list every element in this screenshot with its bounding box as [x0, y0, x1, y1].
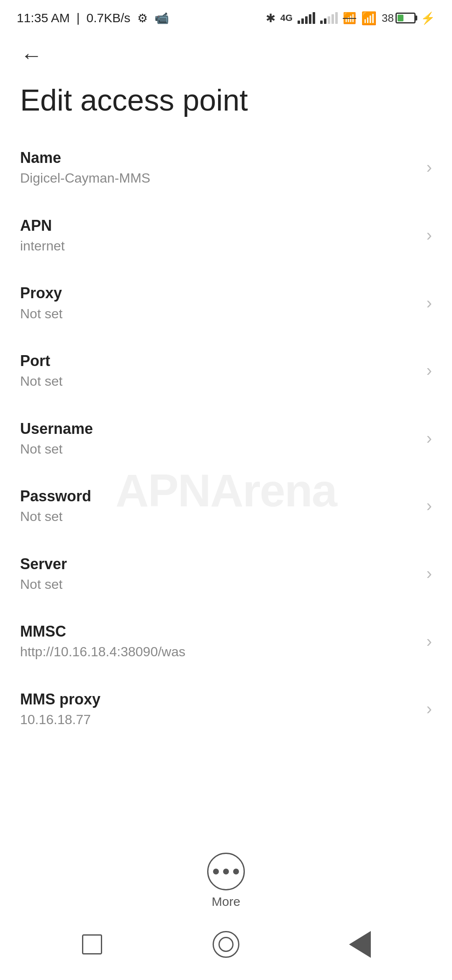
page-title-area: Edit access point [0, 75, 452, 134]
settings-item-label: Proxy [20, 284, 416, 302]
chevron-right-icon: › [426, 429, 432, 448]
no-signal-icon: 📶 [343, 12, 356, 25]
settings-item-content: APN internet [20, 217, 416, 254]
settings-item-content: Server Not set [20, 555, 416, 593]
battery-indicator: 38 [382, 12, 416, 25]
settings-item-content: MMS proxy 10.16.18.77 [20, 690, 416, 728]
chevron-right-icon: › [426, 496, 432, 515]
settings-item-label: Name [20, 149, 416, 167]
page-title: Edit access point [20, 84, 432, 117]
settings-item-proxy[interactable]: Proxy Not set › [0, 269, 452, 337]
settings-item-label: Port [20, 352, 416, 370]
network-type-icon: 4G [280, 13, 293, 23]
settings-item-apn[interactable]: APN internet › [0, 201, 452, 269]
settings-item-value: Digicel-Cayman-MMS [20, 170, 416, 186]
settings-item-label: MMSC [20, 622, 416, 640]
charging-icon: ⚡ [421, 11, 435, 25]
dot3 [233, 869, 239, 874]
bar2 [324, 18, 326, 24]
nav-recents-button[interactable] [77, 930, 107, 959]
settings-item-value: Not set [20, 508, 416, 524]
status-right: ✱ 4G 📶 📶 38 ⚡ [266, 11, 435, 26]
status-left: 11:35 AM | 0.7KB/s ⚙ 📹 [17, 11, 169, 25]
settings-item-label: Password [20, 487, 416, 505]
chevron-right-icon: › [426, 699, 432, 718]
settings-item-server[interactable]: Server Not set › [0, 540, 452, 608]
toolbar: ← [0, 34, 452, 75]
battery-box [396, 13, 416, 23]
settings-list: Name Digicel-Cayman-MMS › APN internet ›… [0, 134, 452, 743]
settings-item-content: MMSC http://10.16.18.4:38090/was [20, 622, 416, 660]
chevron-right-icon: › [426, 226, 432, 245]
bar1 [298, 21, 300, 24]
more-label: More [212, 895, 240, 909]
bar2 [301, 18, 304, 24]
settings-icon: ⚙ [137, 11, 148, 25]
nav-bar [0, 917, 452, 980]
settings-item-content: Password Not set [20, 487, 416, 525]
chevron-right-icon: › [426, 361, 432, 380]
dot1 [213, 869, 219, 874]
time: 11:35 AM [17, 11, 70, 25]
settings-item-mmsc[interactable]: MMSC http://10.16.18.4:38090/was › [0, 607, 452, 675]
chevron-right-icon: › [426, 158, 432, 177]
more-button-area: More [0, 840, 452, 917]
bar5 [313, 12, 315, 24]
bar3 [305, 16, 308, 24]
camera-icon: 📹 [154, 11, 169, 25]
settings-item-username[interactable]: Username Not set › [0, 405, 452, 472]
settings-item-password[interactable]: Password Not set › [0, 472, 452, 540]
bar4 [309, 14, 311, 24]
nav-back-button[interactable] [345, 930, 375, 959]
settings-item-content: Proxy Not set [20, 284, 416, 322]
settings-item-value: http://10.16.18.4:38090/was [20, 644, 416, 660]
settings-item-value: 10.16.18.77 [20, 712, 416, 727]
signal-bars-2 [320, 12, 338, 24]
back-button[interactable]: ← [17, 41, 46, 70]
settings-item-value: Not set [20, 441, 416, 457]
settings-item-name[interactable]: Name Digicel-Cayman-MMS › [0, 134, 452, 201]
home-icon [213, 931, 239, 958]
settings-item-label: APN [20, 217, 416, 235]
more-button[interactable] [207, 853, 245, 890]
chevron-right-icon: › [426, 564, 432, 583]
signal-bars-1 [298, 12, 315, 24]
recents-icon [82, 934, 102, 954]
dot2 [223, 869, 229, 874]
status-bar: 11:35 AM | 0.7KB/s ⚙ 📹 ✱ 4G 📶 📶 38 [0, 0, 452, 34]
settings-item-label: Username [20, 420, 416, 438]
back-icon [349, 931, 371, 958]
settings-item-content: Port Not set [20, 352, 416, 389]
settings-item-label: Server [20, 555, 416, 573]
back-arrow-icon: ← [21, 43, 42, 68]
settings-item-mms-proxy[interactable]: MMS proxy 10.16.18.77 › [0, 675, 452, 743]
nav-home-button[interactable] [211, 930, 241, 959]
settings-item-content: Username Not set [20, 420, 416, 457]
bar4 [331, 14, 334, 24]
wifi-icon: 📶 [361, 11, 377, 26]
settings-item-value: Not set [20, 373, 416, 389]
settings-item-value: internet [20, 238, 416, 254]
separator: | [77, 11, 80, 25]
settings-item-content: Name Digicel-Cayman-MMS [20, 149, 416, 186]
home-icon-inner [218, 937, 234, 952]
bar5 [335, 12, 338, 24]
more-dots [213, 869, 239, 874]
bottom-bar: More [0, 840, 452, 980]
bar1 [320, 21, 323, 24]
bar3 [328, 16, 330, 24]
network-speed: 0.7KB/s [87, 11, 131, 25]
battery-percent: 38 [382, 12, 394, 25]
bluetooth-icon: ✱ [266, 11, 275, 25]
settings-item-value: Not set [20, 576, 416, 592]
chevron-right-icon: › [426, 294, 432, 312]
settings-item-value: Not set [20, 306, 416, 322]
battery-fill [398, 15, 403, 21]
chevron-right-icon: › [426, 632, 432, 651]
settings-item-label: MMS proxy [20, 690, 416, 708]
settings-item-port[interactable]: Port Not set › [0, 337, 452, 405]
